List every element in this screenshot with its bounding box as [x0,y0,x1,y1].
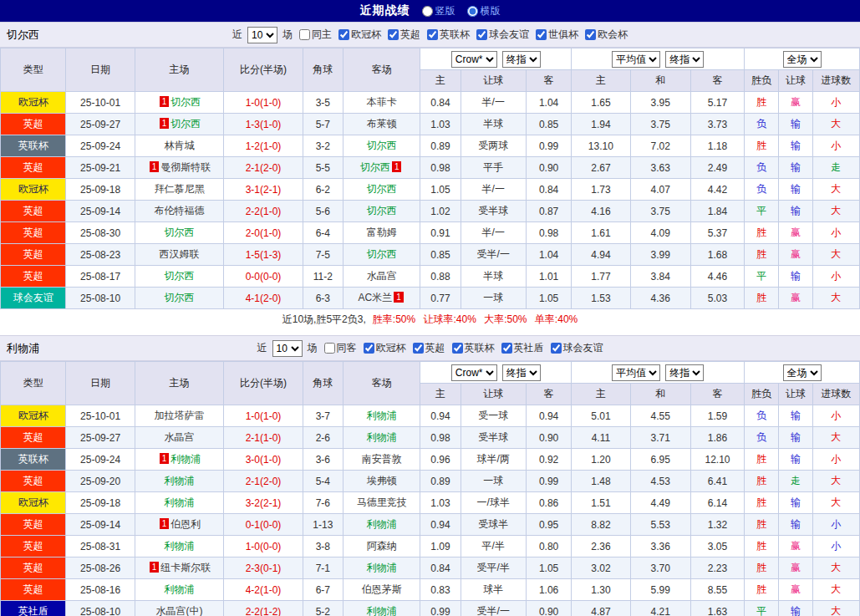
away-team-link[interactable]: 利物浦 [367,518,397,530]
match-score[interactable]: 1-2(1-0) [224,135,303,157]
match-score[interactable]: 1-5(1-3) [224,244,303,266]
away-team-link[interactable]: 本菲卡 [367,96,397,108]
match-score[interactable]: 3-0(1-0) [224,449,303,471]
league-filter[interactable]: 英联杯 [452,341,495,355]
away-team-link[interactable]: 切尔西 [367,248,397,260]
away-team-link[interactable]: 富勒姆 [367,227,397,238]
match-score[interactable]: 2-2(1-2) [224,601,303,616]
home-team-link[interactable]: 利物浦 [165,583,195,595]
away-team-link[interactable]: 水晶宫 [367,270,397,282]
league-checkbox[interactable] [338,29,349,40]
home-team-link[interactable]: 加拉塔萨雷 [155,410,205,421]
away-team-link[interactable]: 伯恩茅斯 [362,583,402,595]
league-checkbox[interactable] [476,29,487,40]
league-filter[interactable]: 欧冠杯 [338,28,381,42]
home-team-link[interactable]: 水晶宫 [165,431,195,443]
match-score[interactable]: 4-2(1-0) [224,579,303,601]
eu-source-select[interactable]: 平均值 [612,364,660,381]
match-score[interactable]: 1-0(1-0) [224,405,303,427]
away-team-link[interactable]: 切尔西 [367,205,397,216]
match-score[interactable]: 4-1(2-0) [224,288,303,309]
home-team-link[interactable]: 利物浦 [165,475,195,486]
league-checkbox[interactable] [427,29,438,40]
home-team-link[interactable]: 水晶宫(中) [156,605,203,616]
ah-source-select[interactable]: Crow* [451,364,497,381]
league-filter[interactable]: 欧冠杯 [364,341,406,355]
home-team-link[interactable]: 拜仁慕尼黑 [155,183,205,195]
eu-source-select[interactable]: 平均值 [612,51,660,68]
eu-time-select[interactable]: 终指 [665,364,704,381]
away-team-link[interactable]: 切尔西 [367,183,397,195]
league-filter[interactable]: 球会友谊 [476,28,529,42]
ah-source-select[interactable]: Crow* [451,51,497,68]
home-team-link[interactable]: 林肯城 [165,140,195,151]
horizontal-radio[interactable] [467,6,478,17]
mode-option-horizontal[interactable]: 横版 [467,4,501,18]
league-checkbox[interactable] [452,343,463,354]
home-team-link[interactable]: 1伯恩利 [158,518,201,530]
league-filter[interactable]: 英超 [388,28,420,42]
match-score[interactable]: 3-2(2-1) [224,492,303,514]
away-team-link[interactable]: AC米兰1 [359,292,405,303]
home-team-link[interactable]: 切尔西 [165,292,195,303]
away-team-link[interactable]: 南安普敦 [362,453,402,465]
ah-time-select[interactable]: 终指 [502,364,541,381]
match-score[interactable]: 1-3(1-0) [224,114,303,135]
venue-checkbox[interactable] [324,343,335,354]
home-team-link[interactable]: 1利物浦 [158,453,201,465]
league-filter[interactable]: 欧会杯 [585,28,628,42]
league-checkbox[interactable] [551,343,562,354]
league-filter[interactable]: 英社盾 [501,341,544,355]
match-score[interactable]: 2-0(1-0) [224,222,303,244]
league-checkbox[interactable] [501,343,512,354]
away-team-link[interactable]: 利物浦 [367,605,397,616]
scope-select[interactable]: 全场 [783,364,822,381]
match-score[interactable]: 2-1(2-0) [224,157,303,179]
away-team-link[interactable]: 埃弗顿 [367,475,397,486]
match-score[interactable]: 2-3(0-1) [224,557,303,579]
league-filter[interactable]: 球会友谊 [551,341,603,355]
venue-checkbox[interactable] [299,29,310,40]
match-score[interactable]: 0-0(0-0) [224,266,303,288]
league-checkbox[interactable] [585,29,596,40]
league-filter[interactable]: 英联杯 [427,28,470,42]
league-checkbox[interactable] [536,29,547,40]
away-team-link[interactable]: 利物浦 [367,431,397,443]
ah-time-select[interactable]: 终指 [502,51,541,68]
match-score[interactable]: 2-2(1-0) [224,201,303,222]
away-team-link[interactable]: 利物浦 [367,410,397,421]
mode-option-vertical[interactable]: 竖版 [422,4,455,18]
away-team-link[interactable]: 切尔西 [367,140,397,151]
home-team-link[interactable]: 1切尔西 [158,118,201,130]
home-team-link[interactable]: 切尔西 [165,270,195,282]
match-score[interactable]: 2-1(1-0) [224,427,303,449]
away-team-link[interactable]: 阿森纳 [367,540,397,552]
away-team-link[interactable]: 切尔西1 [360,161,404,173]
league-filter[interactable]: 世俱杯 [536,28,578,42]
away-team-link[interactable]: 利物浦 [367,562,397,573]
venue-filter[interactable]: 同客 [324,341,357,355]
home-team-link[interactable]: 1切尔西 [158,96,201,108]
away-team-link[interactable]: 马德里竞技 [357,496,407,508]
venue-filter[interactable]: 同主 [299,28,332,42]
match-score[interactable]: 1-0(1-0) [224,92,303,114]
match-score[interactable]: 1-0(0-0) [224,536,303,557]
eu-time-select[interactable]: 终指 [665,51,704,68]
recent-count-select[interactable]: 10 [247,27,277,43]
home-team-link[interactable]: 利物浦 [165,496,195,508]
home-team-link[interactable]: 1曼彻斯特联 [148,161,211,173]
league-filter[interactable]: 英超 [413,341,445,355]
home-team-link[interactable]: 切尔西 [165,227,195,238]
vertical-radio[interactable] [422,6,433,17]
recent-count-select[interactable]: 10 [272,340,303,357]
home-team-link[interactable]: 西汉姆联 [160,248,200,260]
home-team-link[interactable]: 1纽卡斯尔联 [148,562,211,573]
match-score[interactable]: 3-1(2-1) [224,179,303,201]
match-score[interactable]: 0-1(0-0) [224,514,303,536]
scope-select[interactable]: 全场 [783,51,822,68]
home-team-link[interactable]: 布伦特福德 [155,205,205,216]
match-score[interactable]: 2-1(2-0) [224,471,303,492]
away-team-link[interactable]: 布莱顿 [367,118,397,130]
home-team-link[interactable]: 利物浦 [165,540,195,552]
league-checkbox[interactable] [364,343,374,354]
